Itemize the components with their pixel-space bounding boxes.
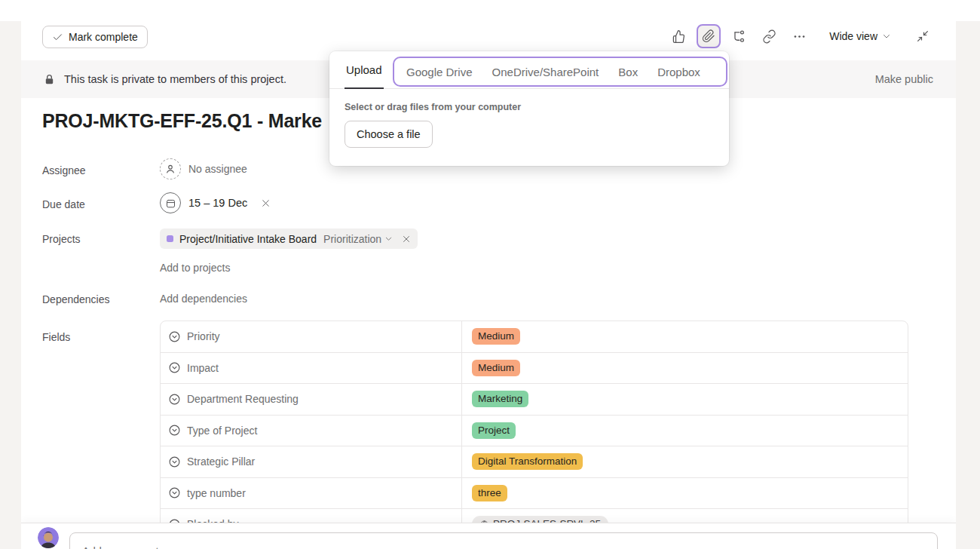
field-value-tag[interactable]: three <box>472 485 507 501</box>
add-to-projects-row: Add to projects <box>160 262 230 274</box>
more-actions-button[interactable] <box>787 24 811 48</box>
upload-hint: Select or drag files from your computer <box>345 102 714 112</box>
custom-fields-table: Priority Medium Impact Medium Department… <box>160 321 908 541</box>
chevron-down-icon <box>384 235 393 243</box>
like-button[interactable] <box>666 24 691 48</box>
field-value-text: Project <box>478 425 510 437</box>
assignee-value[interactable]: No assignee <box>160 158 247 179</box>
clear-due-date-button[interactable] <box>261 198 271 208</box>
field-name-cell[interactable]: Type of Project <box>161 416 462 446</box>
check-icon <box>52 32 63 43</box>
tab-box[interactable]: Box <box>618 66 638 78</box>
ellipsis-icon <box>792 29 807 44</box>
comment-bar <box>21 523 956 549</box>
field-name-cell[interactable]: Department Requesting <box>161 384 462 415</box>
task-title[interactable]: PROJ-MKTG-EFF-25.Q1 - Marke <box>42 110 322 132</box>
field-name-cell[interactable]: Strategic Pillar <box>161 446 462 477</box>
collapse-icon <box>916 29 929 43</box>
mark-complete-label: Mark complete <box>69 31 138 43</box>
subtasks-icon <box>732 29 746 44</box>
remove-project-button[interactable] <box>402 235 411 244</box>
assignee-label: Assignee <box>42 164 86 176</box>
field-value-tag[interactable]: Medium <box>472 328 520 345</box>
field-row: type number three <box>161 478 908 510</box>
make-public-button[interactable]: Make public <box>875 73 933 85</box>
comment-input[interactable] <box>69 532 938 549</box>
wide-view-dropdown[interactable]: Wide view <box>823 26 897 46</box>
field-value-tag[interactable]: Medium <box>472 360 520 376</box>
add-to-projects-link[interactable]: Add to projects <box>160 262 230 274</box>
tab-upload[interactable]: Upload <box>345 51 384 89</box>
field-value-cell[interactable]: Marketing <box>462 384 908 415</box>
add-subtasks-button[interactable] <box>727 24 751 48</box>
assignee-avatar-placeholder[interactable] <box>160 158 181 179</box>
due-date-value[interactable]: 15 – 19 Dec <box>160 192 271 213</box>
field-value-tag[interactable]: Project <box>472 422 516 439</box>
project-section-dropdown[interactable]: Prioritization <box>323 233 393 245</box>
field-row: Type of Project Project <box>161 416 908 447</box>
tab-onedrive-sharepoint[interactable]: OneDrive/SharePoint <box>492 66 599 78</box>
field-name: Department Requesting <box>187 393 299 405</box>
field-row: Department Requesting Marketing <box>161 384 908 416</box>
field-value-cell[interactable]: Project <box>462 416 908 446</box>
choose-file-button[interactable]: Choose a file <box>345 121 433 148</box>
thumbs-up-icon <box>672 29 686 44</box>
attach-file-button[interactable] <box>697 24 721 48</box>
project-pill[interactable]: Project/Initiative Intake Board Prioriti… <box>160 228 418 249</box>
field-row: Impact Medium <box>161 353 908 385</box>
field-value-tag[interactable]: Marketing <box>472 391 528 407</box>
mark-complete-button[interactable]: Mark complete <box>42 26 148 48</box>
left-margin <box>0 21 21 549</box>
chevron-circle-icon <box>168 424 181 437</box>
project-color-dot <box>167 235 173 242</box>
field-name-cell[interactable]: Impact <box>161 353 462 384</box>
collapse-view-button[interactable] <box>911 24 935 48</box>
field-name: type number <box>187 487 246 499</box>
upload-panel: Select or drag files from your computer … <box>329 89 729 161</box>
field-name-cell[interactable]: type number <box>161 478 462 509</box>
field-value-cell[interactable]: three <box>462 478 908 509</box>
right-margin <box>956 21 980 549</box>
fields-label: Fields <box>42 331 70 343</box>
chevron-circle-icon <box>168 393 181 406</box>
wide-view-label: Wide view <box>829 30 877 42</box>
field-value-text: Medium <box>478 362 514 374</box>
project-section-label: Prioritization <box>323 233 381 245</box>
due-date-text[interactable]: 15 – 19 Dec <box>188 197 247 209</box>
field-name-cell[interactable]: Priority <box>161 321 462 352</box>
attachment-tabs: Upload Google Drive OneDrive/SharePoint … <box>329 51 729 89</box>
chevron-circle-icon <box>168 330 181 343</box>
tab-dropbox[interactable]: Dropbox <box>657 66 700 78</box>
calendar-icon-button[interactable] <box>160 192 181 213</box>
attachment-popup: Upload Google Drive OneDrive/SharePoint … <box>329 51 729 166</box>
field-value-tag[interactable]: Digital Transformation <box>472 453 583 470</box>
x-icon <box>402 235 411 244</box>
add-dependencies-link[interactable]: Add dependencies <box>160 293 247 305</box>
link-icon <box>762 29 776 44</box>
field-value-cell[interactable]: Digital Transformation <box>462 446 908 477</box>
field-name: Priority <box>187 330 220 342</box>
privacy-message: This task is private to members of this … <box>64 73 286 85</box>
project-name[interactable]: Project/Initiative Intake Board <box>179 233 317 245</box>
dependencies-label: Dependencies <box>42 293 110 305</box>
chevron-circle-icon <box>168 361 181 374</box>
person-icon <box>164 163 176 175</box>
projects-label: Projects <box>42 233 81 245</box>
chevron-circle-icon <box>168 486 181 499</box>
paperclip-icon <box>702 29 715 43</box>
field-value-text: Digital Transformation <box>478 455 577 468</box>
copy-link-button[interactable] <box>757 24 781 48</box>
due-date-label: Due date <box>42 198 85 210</box>
chevron-down-icon <box>882 32 891 41</box>
field-value-text: Medium <box>478 330 514 342</box>
field-value-cell[interactable]: Medium <box>462 353 908 384</box>
user-avatar[interactable] <box>38 527 59 548</box>
no-assignee-text[interactable]: No assignee <box>188 163 247 175</box>
field-value-text: three <box>478 487 501 499</box>
field-value-cell[interactable]: Medium <box>462 321 908 352</box>
field-name: Strategic Pillar <box>187 455 255 468</box>
field-value-text: Marketing <box>478 393 522 405</box>
tab-google-drive[interactable]: Google Drive <box>406 66 473 78</box>
field-name: Impact <box>187 362 219 374</box>
lock-icon <box>44 74 55 85</box>
